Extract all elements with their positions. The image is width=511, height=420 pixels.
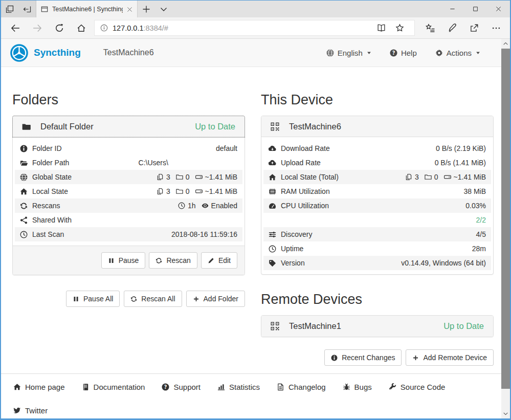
scroll-down-button[interactable]	[501, 409, 510, 418]
minimize-button[interactable]	[441, 1, 464, 17]
close-icon	[127, 7, 132, 12]
set-tabs-aside-button[interactable]	[1, 1, 18, 17]
maximize-button[interactable]	[464, 1, 487, 17]
remote-device-name: TestMachine1	[289, 321, 341, 331]
share-button[interactable]	[463, 17, 485, 38]
web-note-button[interactable]	[441, 17, 463, 38]
browser-home-icon	[77, 24, 86, 33]
back-icon	[11, 24, 20, 33]
rescan-button[interactable]: Rescan	[149, 252, 197, 269]
window-controls	[441, 1, 510, 17]
detail-row-local-state-total: Local State (Total) 30~1.41 MiB	[263, 170, 491, 184]
page-scrollbar[interactable]	[501, 39, 510, 418]
this-device-panel-header[interactable]: TestMachine6	[261, 116, 493, 137]
tab-close-button[interactable]	[127, 6, 132, 13]
nav-actions[interactable]: Actions	[435, 49, 480, 57]
show-tab-previews-button[interactable]	[155, 1, 172, 17]
url-field[interactable]: 127.0.0.1:8384/#	[94, 20, 415, 36]
tachometer-icon	[269, 202, 276, 210]
footer-link-changelog[interactable]: Changelog	[277, 383, 326, 391]
edit-button[interactable]: Edit	[201, 252, 237, 269]
footer-link-twitter[interactable]: Twitter	[13, 406, 48, 415]
detail-row-version: Version v0.14.49, Windows (64 bit)	[263, 256, 491, 270]
new-tab-button[interactable]	[138, 1, 155, 17]
recent-changes-button[interactable]: Recent Changes	[324, 349, 402, 366]
restore-tabs-button[interactable]	[18, 1, 36, 17]
value-part: ~1.41 MiB	[195, 187, 237, 195]
row-label: Global State	[32, 173, 72, 181]
value-part: 0	[425, 173, 438, 181]
scrollbar-thumb[interactable]	[501, 49, 510, 389]
detail-row-discovery: Discovery 4/5	[263, 227, 491, 241]
show-tab-previews-icon	[160, 5, 168, 13]
app-navbar: Syncthing TestMachine6 EnglishHelpAction…	[1, 39, 501, 67]
row-value: 0.03%	[329, 202, 486, 210]
rescan-all-button[interactable]: Rescan All	[124, 291, 182, 307]
close-button[interactable]	[487, 1, 510, 17]
row-label: Local State (Total)	[281, 173, 339, 181]
footer-link-documentation[interactable]: Documentation	[82, 383, 145, 391]
row-label: Discovery	[281, 230, 312, 238]
remote-device-header[interactable]: TestMachine1 Up to Date	[261, 316, 493, 337]
clock-icon	[20, 231, 28, 238]
syncthing-logo-icon	[10, 43, 29, 62]
scroll-up-button[interactable]	[501, 39, 510, 48]
add-remote-device-button[interactable]: Add Remote Device	[406, 349, 494, 366]
detail-row-rescans: Rescans 1hEnabled	[15, 198, 242, 213]
globe-icon	[326, 49, 334, 57]
folder-status-badge: Up to Date	[195, 122, 235, 131]
tab-title: TestMachine6 | Syncthing	[52, 6, 123, 13]
browser-toolbar-buttons	[419, 17, 507, 38]
row-value: 30~1.41 MiB	[72, 173, 237, 181]
this-device-name: TestMachine6	[289, 122, 341, 131]
forward-button[interactable]	[26, 17, 48, 38]
sliders-icon	[269, 231, 276, 238]
footer-link-source-code[interactable]: Source Code	[389, 383, 446, 391]
browser-home-button[interactable]	[70, 17, 92, 38]
favorite-star-button[interactable]	[390, 20, 409, 35]
remote-devices-heading: Remote Devices	[261, 290, 494, 308]
folder-panel-header[interactable]: Default Folder Up to Date	[13, 116, 245, 137]
value-part: 3	[405, 173, 419, 181]
add-folder-button[interactable]: Add Folder	[186, 291, 245, 307]
caret-down-icon	[476, 51, 480, 55]
brand-link[interactable]: Syncthing	[34, 47, 81, 58]
footer-link-home-page[interactable]: Home page	[13, 383, 65, 391]
pencil-icon	[208, 257, 214, 264]
clock-icon	[178, 202, 185, 209]
value-part: Enabled	[202, 202, 237, 210]
detail-row-cpu-utilization: CPU Utilization 0.03%	[263, 198, 491, 213]
value-part: ~1.41 MiB	[195, 173, 237, 181]
pause-all-button[interactable]: Pause All	[66, 291, 120, 307]
pause-icon	[108, 257, 115, 264]
file-text-icon	[277, 383, 284, 391]
nav-english[interactable]: English	[326, 49, 371, 57]
favorite-star-icon	[395, 24, 404, 32]
nav-help[interactable]: Help	[390, 49, 417, 57]
row-label: RAM Utilization	[281, 187, 330, 195]
more-button[interactable]	[485, 17, 507, 38]
minimize-icon	[450, 6, 455, 12]
tab-bar: TestMachine6 | Syncthing	[1, 1, 510, 17]
hub-button[interactable]	[419, 17, 441, 38]
footer-links: Home pageDocumentationSupportStatisticsC…	[13, 383, 489, 391]
navbar-device-name: TestMachine6	[103, 48, 154, 57]
folder-o-icon	[425, 173, 432, 181]
qrcode-icon	[271, 122, 279, 131]
chevron-down-icon	[503, 411, 508, 416]
clock-icon	[269, 245, 276, 253]
tabbar-buttons	[138, 1, 172, 17]
home-icon	[13, 383, 21, 391]
refresh-page-button[interactable]	[48, 17, 70, 38]
address-bar: 127.0.0.1:8384/#	[1, 17, 510, 39]
footer-link-bugs[interactable]: Bugs	[343, 383, 372, 391]
info-circle-icon	[20, 145, 28, 152]
footer-link-statistics[interactable]: Statistics	[217, 383, 260, 391]
pause-button[interactable]: Pause	[101, 252, 146, 269]
back-button[interactable]	[4, 17, 26, 38]
reading-view-button[interactable]	[372, 20, 390, 35]
row-value: 30~1.41 MiB	[339, 173, 486, 181]
footer-link-support[interactable]: Support	[162, 383, 201, 391]
refresh-page-icon	[55, 24, 64, 33]
browser-tab[interactable]: TestMachine6 | Syncthing	[36, 1, 138, 17]
